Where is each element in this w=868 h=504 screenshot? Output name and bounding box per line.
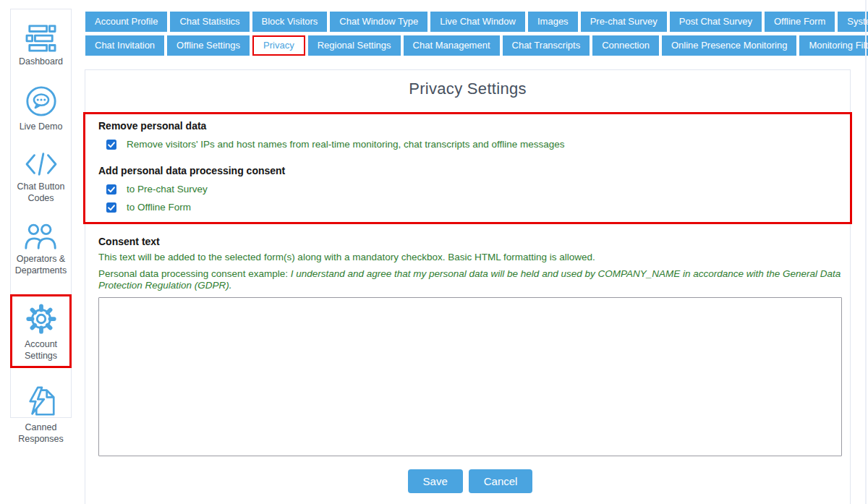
checkbox-label: Remove visitors' IPs and host names from… [127,139,565,150]
tab-chat-management[interactable]: Chat Management [404,35,500,56]
save-button[interactable]: Save [408,469,463,493]
checkbox-row-pre-chat-survey[interactable]: to Pre-chat Survey [106,184,837,195]
checkbox-label: to Pre-chat Survey [127,184,208,195]
tab-row-2: Chat Invitation Offline Settings Privacy… [85,35,856,56]
sidebar-item-label: Account Settings [12,338,69,362]
page-right-edge-divider [865,0,867,504]
consent-text-input[interactable] [98,297,842,456]
highlighted-privacy-options: Remove personal data Remove visitors' IP… [83,112,852,224]
sidebar-item-label: Dashboard [17,56,64,67]
checkbox-checked-icon[interactable] [106,184,116,195]
checkbox-checked-icon[interactable] [106,202,116,213]
add-consent-heading: Add personal data processing consent [98,165,837,176]
sidebar-item-dashboard[interactable]: Dashboard [11,24,71,67]
sidebar-item-account-settings[interactable]: Account Settings [10,294,72,369]
sidebar-item-label: Chat Button Codes [11,181,71,205]
tab-images[interactable]: Images [528,12,578,32]
tab-live-chat-window[interactable]: Live Chat Window [430,12,525,32]
tab-chat-statistics[interactable]: Chat Statistics [170,12,249,32]
checkbox-label: to Offline Form [127,202,191,213]
tab-pre-chat-survey[interactable]: Pre-chat Survey [581,12,667,32]
tab-online-presence-monitoring[interactable]: Online Presence Monitoring [662,35,796,56]
tab-connection[interactable]: Connection [592,35,659,56]
tab-post-chat-survey[interactable]: Post Chat Survey [670,12,762,32]
checkbox-row-remove-ips[interactable]: Remove visitors' IPs and host names from… [106,139,837,150]
sidebar-item-label: Live Demo [18,121,64,132]
consent-example-prefix: Personal data processing consent example… [98,268,291,279]
sidebar: Dashboard Live Demo [10,9,72,418]
tab-chat-window-type[interactable]: Chat Window Type [330,12,427,32]
sidebar-item-operators-departments[interactable]: Operators & Departments [11,221,71,277]
consent-example: Personal data processing consent example… [98,268,842,292]
tab-block-visitors[interactable]: Block Visitors [252,12,328,32]
people-icon [23,221,59,250]
tab-privacy[interactable]: Privacy [252,35,305,56]
sidebar-item-label: Canned Responses [11,422,71,445]
consent-text-heading: Consent text [98,236,842,247]
sidebar-item-live-demo[interactable]: Live Demo [11,85,71,132]
tab-offline-settings[interactable]: Offline Settings [167,35,250,56]
privacy-settings-panel: Privacy Settings Remove personal data Re… [85,69,851,504]
gear-icon [25,302,58,336]
tab-chat-invitation[interactable]: Chat Invitation [85,35,164,56]
sidebar-item-canned-responses[interactable]: Canned Responses [11,385,71,445]
code-icon [25,150,58,178]
consent-description: This text will be added to the selected … [98,252,842,264]
tab-regional-settings[interactable]: Regional Settings [308,35,401,56]
tab-system-messages[interactable]: System Messages [838,12,868,32]
checkbox-checked-icon[interactable] [106,140,116,150]
tab-offline-form[interactable]: Offline Form [765,12,835,32]
sidebar-item-chat-button-codes[interactable]: Chat Button Codes [11,150,71,205]
sidebar-item-label: Operators & Departments [11,253,71,277]
checkbox-row-offline-form[interactable]: to Offline Form [106,202,837,213]
tab-row-1: Account Profile Chat Statistics Block Vi… [85,12,856,32]
settings-tab-bar: Account Profile Chat Statistics Block Vi… [85,12,856,59]
tab-monitoring-filtering[interactable]: Monitoring Filtering [799,35,868,56]
remove-personal-data-heading: Remove personal data [98,120,837,132]
page-title: Privacy Settings [85,70,850,98]
cancel-button[interactable]: Cancel [469,469,533,493]
tab-chat-transcripts[interactable]: Chat Transcripts [503,35,590,56]
chat-bubble-icon [25,85,58,118]
tab-account-profile[interactable]: Account Profile [85,12,167,32]
lightning-document-icon [25,385,58,419]
dashboard-icon [25,24,58,53]
consent-text-section: Consent text This text will be added to … [85,224,850,493]
form-actions: Save Cancel [98,469,842,493]
